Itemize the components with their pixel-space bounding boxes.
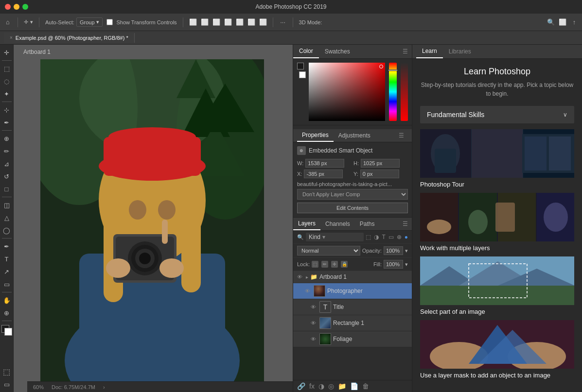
tab-close-icon[interactable]: × xyxy=(10,35,13,40)
y-input[interactable] xyxy=(360,170,399,178)
delete-layer-icon[interactable]: 🗑 xyxy=(362,382,369,390)
path-tool[interactable]: ↗ xyxy=(1,266,13,277)
artboard-visibility-icon[interactable]: 👁 xyxy=(297,274,304,280)
eraser-tool[interactable]: □ xyxy=(1,183,13,195)
gradient-tool[interactable]: ◫ xyxy=(1,199,13,211)
type-tool[interactable]: T xyxy=(1,253,13,265)
x-input[interactable] xyxy=(304,170,343,178)
eyedropper-tool[interactable]: ✒ xyxy=(1,117,13,128)
background-swatch[interactable] xyxy=(299,71,306,78)
props-panel-menu[interactable]: ☰ xyxy=(395,130,408,141)
spot-heal-tool[interactable]: ⊕ xyxy=(1,133,13,144)
transform-checkbox[interactable] xyxy=(106,19,113,25)
color-gradient-picker[interactable] xyxy=(309,63,385,121)
quick-mask-icon[interactable]: ⬚ xyxy=(1,366,13,377)
foreground-swatch[interactable] xyxy=(297,63,304,69)
artboard-group-header[interactable]: 👁 ▸ 📁 Artboard 1 xyxy=(293,271,412,283)
lock-all-icon[interactable]: 🔒 xyxy=(341,261,348,268)
crop-tool[interactable]: ⊹ xyxy=(1,104,13,116)
screen-mode-icon[interactable]: ▭ xyxy=(1,378,13,390)
tutorial-photoshop-tour[interactable]: Photoshop Tour xyxy=(420,129,574,189)
add-mask-icon[interactable]: ◑ xyxy=(318,382,324,390)
h-input[interactable] xyxy=(361,159,400,168)
blend-mode-dropdown[interactable]: Normal xyxy=(297,246,360,256)
lock-pixel-icon[interactable]: ⬚ xyxy=(312,261,318,268)
w-input[interactable] xyxy=(305,159,344,168)
marquee-tool[interactable]: ⬚ xyxy=(1,63,13,74)
smart-filter-icon[interactable]: ⊕ xyxy=(397,234,402,240)
layers-panel-menu[interactable]: ☰ xyxy=(399,219,412,229)
edit-contents-button[interactable]: Edit Contents xyxy=(297,203,408,213)
more-options-icon[interactable]: ··· xyxy=(279,18,287,26)
search-icon[interactable]: 🔍 xyxy=(547,18,555,26)
document-tab[interactable]: × Example.psd @ 60% (Photographer, RGB/8… xyxy=(4,33,135,43)
fx-icon[interactable]: fx xyxy=(309,382,315,390)
home-icon[interactable]: ⌂ xyxy=(4,18,12,26)
tutorial-multiple-layers[interactable]: Work with multiple layers xyxy=(420,193,574,253)
minimize-button[interactable] xyxy=(14,4,19,10)
shape-filter-icon[interactable]: ▭ xyxy=(388,234,394,240)
tab-properties[interactable]: Properties xyxy=(297,129,334,142)
hue-slider[interactable] xyxy=(389,63,396,121)
color-panel-menu[interactable]: ☰ xyxy=(399,46,412,57)
photographer-visibility[interactable]: 👁 xyxy=(305,288,312,294)
type-filter-icon[interactable]: T xyxy=(382,234,385,240)
lasso-tool[interactable]: ◌ xyxy=(1,75,13,87)
distribute-icon[interactable]: ⬜ xyxy=(224,18,232,26)
close-button[interactable] xyxy=(5,4,11,10)
tab-color[interactable]: Color xyxy=(293,45,319,58)
tab-libraries[interactable]: Libraries xyxy=(443,45,477,58)
tab-paths[interactable]: Paths xyxy=(355,218,380,230)
align-right-icon[interactable]: ⬜ xyxy=(212,18,220,26)
tab-channels[interactable]: Channels xyxy=(320,218,355,230)
history-tool[interactable]: ↺ xyxy=(1,170,13,182)
tab-layers[interactable]: Layers xyxy=(293,218,320,230)
opacity-input[interactable] xyxy=(384,246,403,255)
move-tool[interactable]: ✛ xyxy=(1,47,13,58)
distribute-e-icon[interactable]: ⬜ xyxy=(259,18,267,26)
shape-tool[interactable]: ▭ xyxy=(1,278,13,290)
photographer-layer[interactable]: 👁 Photographer xyxy=(293,283,412,299)
adjust-filter-icon[interactable]: ◑ xyxy=(374,234,379,240)
tab-adjustments[interactable]: Adjustments xyxy=(334,130,375,141)
layer-comp-dropdown[interactable]: Don't Apply Layer Comp xyxy=(297,189,408,200)
background-color[interactable] xyxy=(4,328,12,336)
foliage-visibility[interactable]: 👁 xyxy=(311,336,317,342)
quick-select-tool[interactable]: ✦ xyxy=(1,88,13,100)
tutorial-layer-mask[interactable]: Use a layer mask to add an object to an … xyxy=(420,320,574,380)
tab-learn[interactable]: Learn xyxy=(416,45,443,58)
new-group-icon[interactable]: 📁 xyxy=(338,382,346,390)
share-icon[interactable]: ↑ xyxy=(570,18,578,26)
tutorial-select-part[interactable]: Select part of an image xyxy=(420,256,574,316)
clone-tool[interactable]: ⊿ xyxy=(1,158,13,170)
brush-tool[interactable]: ✏ xyxy=(1,145,13,157)
title-layer[interactable]: 👁 T Title xyxy=(293,299,412,315)
fill-input[interactable] xyxy=(384,260,403,269)
align-center-icon[interactable]: ⬜ xyxy=(201,18,209,26)
distribute-v-icon[interactable]: ⬜ xyxy=(236,18,244,26)
dodge-tool[interactable]: ◯ xyxy=(1,224,13,236)
adjustment-icon[interactable]: ◎ xyxy=(328,382,334,390)
filter-active-icon[interactable]: ● xyxy=(405,234,408,240)
link-layers-icon[interactable]: 🔗 xyxy=(297,382,305,390)
zoom-tool[interactable]: ⊕ xyxy=(1,307,13,319)
title-visibility[interactable]: 👁 xyxy=(311,304,317,310)
new-layer-icon[interactable]: 📄 xyxy=(350,382,358,390)
lock-brush-icon[interactable]: ✏ xyxy=(321,261,328,268)
tab-swatches[interactable]: Swatches xyxy=(319,45,356,58)
rectangle-layer[interactable]: 👁 Rectangle 1 xyxy=(293,315,412,331)
view-icon[interactable]: ⬜ xyxy=(559,18,566,26)
distribute-h-icon[interactable]: ⬜ xyxy=(247,18,255,26)
hand-tool[interactable]: ✋ xyxy=(1,294,13,306)
auto-select-dropdown[interactable]: Group ▾ xyxy=(76,17,103,27)
alpha-slider[interactable] xyxy=(401,63,408,121)
color-swatches[interactable] xyxy=(1,325,12,336)
rectangle-visibility[interactable]: 👁 xyxy=(311,320,317,326)
align-left-icon[interactable]: ⬜ xyxy=(189,18,197,26)
maximize-button[interactable] xyxy=(22,4,28,10)
blur-tool[interactable]: △ xyxy=(1,212,13,223)
pixel-filter-icon[interactable]: ⬚ xyxy=(366,234,371,240)
fundamental-skills-header[interactable]: Fundamental Skills ∨ xyxy=(420,106,574,123)
pen-tool[interactable]: ✒ xyxy=(1,240,13,252)
foliage-layer[interactable]: 👁 Foliage xyxy=(293,331,412,347)
